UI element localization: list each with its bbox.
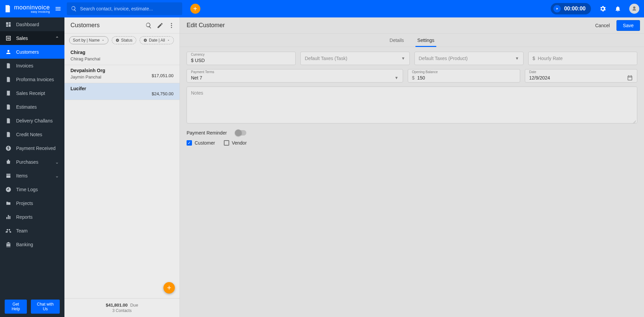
- play-icon: [553, 5, 561, 12]
- sidebar-item-label: Items: [16, 173, 28, 178]
- customer-list-item[interactable]: Devpalsinh OrgJaymin Panchal$17,051.00: [64, 65, 180, 83]
- sidebar-item-items[interactable]: Items⌄: [0, 169, 64, 182]
- calendar-icon[interactable]: [627, 75, 633, 81]
- nav-icon: [5, 118, 11, 124]
- notes-textarea[interactable]: [187, 87, 637, 123]
- get-help-button[interactable]: Get Help: [5, 300, 27, 314]
- menu-toggle-icon[interactable]: [55, 5, 61, 12]
- nav-icon: [5, 173, 11, 179]
- payment-reminder-label: Payment Reminder: [187, 130, 227, 136]
- footer-total: $41,801.00: [106, 303, 128, 308]
- nav-icon: [5, 187, 11, 193]
- nav-icon: [5, 242, 11, 248]
- sidebar-item-customers[interactable]: Customers: [0, 45, 64, 59]
- sidebar-item-label: Sales Receipt: [16, 91, 45, 96]
- logo[interactable]: mooninvoice easy invoicing: [3, 4, 50, 13]
- sidebar-item-delivery-challans[interactable]: Delivery Challans: [0, 114, 64, 127]
- chevron-down-icon: ▼: [395, 75, 399, 80]
- sidebar-item-dashboard[interactable]: Dashboard: [0, 17, 64, 31]
- customer-name: Chirag: [70, 50, 85, 55]
- sidebar-item-estimates[interactable]: Estimates: [0, 100, 64, 114]
- opening-balance-field[interactable]: Opening Balance $: [408, 69, 520, 83]
- sidebar-item-sales[interactable]: $Sales⌄: [0, 31, 64, 45]
- chevron-down-icon: ⌄: [55, 159, 59, 165]
- sidebar-item-label: Purchases: [16, 159, 38, 165]
- customer-list-item[interactable]: ChiragChirag Panchal: [64, 47, 180, 65]
- search-icon[interactable]: [145, 22, 152, 29]
- chat-with-us-button[interactable]: Chat with Us: [31, 300, 60, 314]
- brand-tagline: easy invoicing: [14, 10, 50, 13]
- customer-name: Devpalsinh Org: [70, 68, 105, 73]
- date-field[interactable]: Date 12/9/2024: [525, 69, 637, 83]
- tab-details[interactable]: Details: [390, 34, 404, 47]
- sidebar-item-team[interactable]: Team: [0, 224, 64, 237]
- sidebar-item-label: Time Logs: [16, 187, 38, 192]
- nav-icon: [5, 90, 11, 96]
- save-button[interactable]: Save: [616, 20, 640, 31]
- sidebar-item-proforma-invoices[interactable]: Proforma Invoices: [0, 72, 64, 86]
- nav-icon: [5, 200, 11, 206]
- checkbox-icon: [224, 140, 229, 146]
- edit-icon[interactable]: [157, 22, 163, 29]
- taxes-task-field[interactable]: Default Taxes (Task) ▼: [300, 52, 409, 65]
- sidebar-item-invoices[interactable]: Invoices: [0, 59, 64, 72]
- sidebar-item-sales-receipt[interactable]: Sales Receipt: [0, 86, 64, 100]
- sidebar-item-time-logs[interactable]: Time Logs: [0, 182, 64, 196]
- detail-title: Edit Customer: [187, 22, 590, 29]
- sidebar-item-label: Reports: [16, 214, 33, 220]
- search-input[interactable]: [80, 6, 178, 11]
- timer-widget[interactable]: 00:00:00: [551, 3, 591, 14]
- customer-subtitle: Chirag Panchal: [70, 56, 100, 61]
- footer-total-suffix: Due: [130, 303, 138, 308]
- sidebar-item-credit-notes[interactable]: Credit Notes: [0, 127, 64, 141]
- nav-icon: [5, 131, 11, 138]
- sidebar-item-projects[interactable]: Projects: [0, 196, 64, 210]
- sidebar-item-payment-received[interactable]: Payment Received: [0, 141, 64, 155]
- svg-point-1: [171, 23, 172, 24]
- svg-point-3: [171, 27, 172, 28]
- nav-icon: [5, 49, 11, 55]
- chevron-down-icon: ⌄: [55, 36, 59, 41]
- quick-add-button[interactable]: +: [190, 4, 200, 14]
- taxes-product-field[interactable]: Default Taxes (Product) ▼: [414, 52, 524, 65]
- sidebar-item-label: Delivery Challans: [16, 118, 53, 123]
- sidebar-item-label: Sales: [16, 36, 28, 41]
- global-search[interactable]: [67, 2, 182, 15]
- sidebar: Dashboard$Sales⌄CustomersInvoicesProform…: [0, 17, 64, 317]
- sidebar-item-label: Customers: [16, 49, 39, 55]
- vendor-checkbox[interactable]: Vendor: [224, 140, 247, 146]
- timer-value: 00:00:00: [564, 6, 586, 12]
- sidebar-item-label: Projects: [16, 201, 33, 206]
- currency-field[interactable]: Currency $ USD: [187, 52, 296, 65]
- sidebar-item-purchases[interactable]: Purchases⌄: [0, 155, 64, 169]
- notifications-icon[interactable]: [614, 5, 621, 12]
- add-customer-fab[interactable]: +: [163, 282, 175, 294]
- customer-list: ChiragChirag PanchalDevpalsinh OrgJaymin…: [64, 47, 180, 298]
- hourly-rate-field[interactable]: $ Hourly Rate: [528, 52, 637, 65]
- customer-checkbox[interactable]: ✓ Customer: [187, 140, 215, 146]
- payment-reminder-toggle[interactable]: [235, 130, 246, 136]
- customers-footer: $41,801.00 Due 3 Contacts: [64, 298, 180, 317]
- sidebar-item-banking[interactable]: Banking: [0, 237, 64, 251]
- footer-contacts: 3 Contacts: [112, 308, 132, 313]
- sidebar-item-label: Estimates: [16, 104, 37, 110]
- status-chip[interactable]: Status: [112, 36, 136, 44]
- cancel-button[interactable]: Cancel: [590, 20, 614, 31]
- customer-list-item[interactable]: Lucifer$24,750.00: [64, 83, 180, 100]
- more-icon[interactable]: [168, 22, 175, 29]
- payment-terms-field[interactable]: Payment Terms Net 7 ▼: [187, 69, 403, 83]
- filter-row: Sort by | Name Status Date | All: [64, 34, 180, 47]
- tab-settings[interactable]: Settings: [417, 34, 435, 47]
- date-chip[interactable]: Date | All: [140, 36, 174, 44]
- customer-subtitle: Jaymin Panchal: [70, 74, 101, 80]
- sort-chip[interactable]: Sort by | Name: [69, 36, 108, 44]
- brand-name: mooninvoice: [14, 4, 50, 10]
- opening-balance-input[interactable]: [417, 75, 515, 81]
- nav-icon: [5, 214, 11, 220]
- sidebar-item-label: Banking: [16, 242, 33, 247]
- sidebar-item-reports[interactable]: Reports: [0, 210, 64, 224]
- customers-column: Customers Sort by | Name Status Da: [64, 17, 180, 317]
- user-avatar[interactable]: [629, 4, 639, 14]
- settings-icon[interactable]: [599, 5, 606, 12]
- nav-icon: [5, 159, 11, 165]
